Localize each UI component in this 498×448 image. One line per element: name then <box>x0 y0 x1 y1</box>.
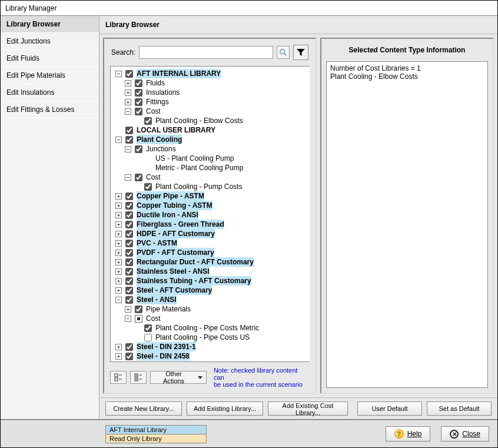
tree-item[interactable]: +Copper Tubing - ASTM <box>114 201 308 210</box>
expand-icon[interactable]: + <box>115 240 122 247</box>
search-icon-button[interactable] <box>277 46 290 59</box>
checkbox[interactable] <box>125 287 133 294</box>
collapse-icon[interactable]: − <box>115 137 122 143</box>
checkbox[interactable] <box>144 324 152 332</box>
tree-item[interactable]: +Fittings <box>124 97 308 107</box>
expand-icon[interactable]: + <box>115 250 122 256</box>
library-tree[interactable]: −AFT INTERNAL LIBRARY+Fluids+Insulations… <box>110 66 310 362</box>
checkbox[interactable] <box>135 89 142 97</box>
tree-item[interactable]: +Ductile Iron - ANSI <box>114 210 308 220</box>
tree-item[interactable]: −CostPlant Cooling - Elbow Costs <box>124 107 308 125</box>
tree-item[interactable]: +Steel - AFT Customary <box>114 286 308 295</box>
tree-item[interactable]: +PVDF - AFT Customary <box>114 248 308 257</box>
tree-item[interactable]: LOCAL USER LIBRARY <box>114 125 308 135</box>
tree-item[interactable]: Plant Cooling - Pipe Costs Metric <box>133 323 308 333</box>
expand-icon[interactable]: + <box>115 221 122 228</box>
tree-item[interactable]: −CostPlant Cooling - Pump Costs <box>124 172 308 191</box>
checkbox[interactable] <box>125 249 133 257</box>
tree-item[interactable]: Metric - Plant Cooling Pump <box>133 163 308 172</box>
filter-button[interactable] <box>293 45 308 60</box>
expand-all-button[interactable] <box>130 371 147 384</box>
expand-icon[interactable]: + <box>125 306 131 313</box>
tree-item[interactable]: −AFT INTERNAL LIBRARY+Fluids+Insulations… <box>114 69 308 125</box>
checkbox[interactable] <box>125 136 133 144</box>
checkbox[interactable] <box>135 79 142 87</box>
checkbox[interactable] <box>125 296 133 304</box>
tree-item[interactable]: +Stainless Steel - ANSI <box>114 267 308 276</box>
checkbox[interactable] <box>125 202 133 210</box>
sidebar-item-library-browser[interactable]: Library Browser <box>1 16 99 33</box>
add-existing-library-button[interactable]: Add Existing Library... <box>187 401 263 416</box>
checkbox[interactable] <box>125 258 133 266</box>
tree-item[interactable]: +Steel - DIN 2391-1 <box>114 342 308 351</box>
expand-icon[interactable]: + <box>125 89 131 96</box>
tree-item[interactable]: Plant Cooling - Pipe Costs US <box>133 333 308 342</box>
expand-icon[interactable]: + <box>115 268 122 275</box>
set-as-default-button[interactable]: Set as Default <box>427 401 492 416</box>
tree-item[interactable]: +Steel - DIN 2458 <box>114 351 308 361</box>
checkbox[interactable] <box>125 70 133 78</box>
create-new-library-button[interactable]: Create New Library... <box>105 401 182 416</box>
collapse-all-button[interactable] <box>110 371 127 384</box>
sidebar-item-edit-fittings-losses[interactable]: Edit Fittings & Losses <box>1 101 99 118</box>
expand-icon[interactable]: + <box>115 193 122 200</box>
checkbox[interactable] <box>135 174 142 181</box>
sidebar-item-edit-junctions[interactable]: Edit Junctions <box>1 33 99 50</box>
checkbox[interactable] <box>125 277 133 285</box>
collapse-icon[interactable]: − <box>115 71 122 77</box>
tree-item[interactable]: −JunctionsUS - Plant Cooling PumpMetric … <box>124 144 308 172</box>
collapse-icon[interactable]: − <box>115 297 122 303</box>
checkbox[interactable] <box>135 108 142 115</box>
expand-icon[interactable]: + <box>115 203 122 209</box>
sidebar-item-edit-pipe-materials[interactable]: Edit Pipe Materials <box>1 67 99 84</box>
tree-item[interactable]: +Insulations <box>124 88 308 97</box>
tree-item[interactable]: Plant Cooling - Elbow Costs <box>133 116 308 125</box>
sidebar-item-edit-insulations[interactable]: Edit Insulations <box>1 84 99 101</box>
close-button[interactable]: ✕ Close <box>441 426 489 442</box>
add-existing-cost-library-button[interactable]: Add Existing Cost Library... <box>268 401 348 416</box>
expand-icon[interactable]: + <box>125 99 131 105</box>
checkbox[interactable] <box>125 268 133 276</box>
tree-item[interactable]: +Fiberglass - Green Thread <box>114 220 308 229</box>
collapse-icon[interactable]: − <box>125 174 131 181</box>
checkbox[interactable] <box>144 334 152 341</box>
checkbox[interactable] <box>125 211 133 219</box>
search-input[interactable] <box>139 46 273 59</box>
tree-item[interactable]: +HDPE - AFT Customary <box>114 229 308 238</box>
checkbox[interactable] <box>135 306 142 313</box>
expand-icon[interactable]: + <box>115 259 122 266</box>
help-button[interactable]: ? Help <box>386 426 431 442</box>
expand-icon[interactable]: + <box>115 353 122 360</box>
tree-item[interactable]: US - Plant Cooling Pump <box>133 154 308 163</box>
checkbox[interactable] <box>125 221 133 228</box>
checkbox[interactable] <box>125 343 133 351</box>
user-default-button[interactable]: User Default <box>357 401 422 416</box>
tree-item[interactable]: +PVC - ASTM <box>114 238 308 248</box>
tree-item[interactable]: +Fluids <box>124 78 308 88</box>
checkbox[interactable] <box>125 127 133 134</box>
checkbox[interactable] <box>135 145 142 153</box>
expand-icon[interactable]: + <box>125 80 131 87</box>
tree-item[interactable]: −Steel - ANSI+Pipe Materials−CostPlant C… <box>114 295 308 342</box>
other-actions-button[interactable]: Other Actions <box>150 371 207 384</box>
collapse-icon[interactable]: − <box>125 146 131 152</box>
tree-item[interactable]: +Copper Pipe - ASTM <box>114 191 308 201</box>
tree-item[interactable]: +Rectangular Duct - AFT Customary <box>114 257 308 267</box>
checkbox[interactable] <box>135 98 142 106</box>
tree-item[interactable]: −CostPlant Cooling - Pipe Costs MetricPl… <box>124 314 308 342</box>
checkbox[interactable] <box>125 240 133 247</box>
collapse-icon[interactable]: − <box>125 316 131 322</box>
checkbox-mixed[interactable] <box>135 315 142 323</box>
expand-icon[interactable]: + <box>115 231 122 237</box>
expand-icon[interactable]: + <box>115 344 122 350</box>
checkbox[interactable] <box>125 193 133 200</box>
collapse-icon[interactable]: − <box>125 108 131 115</box>
checkbox[interactable] <box>144 117 152 125</box>
sidebar-item-edit-fluids[interactable]: Edit Fluids <box>1 50 99 67</box>
tree-item[interactable]: +Pipe Materials <box>124 304 308 314</box>
checkbox[interactable] <box>144 183 152 191</box>
tree-item[interactable]: Plant Cooling - Pump Costs <box>133 182 308 191</box>
tree-item[interactable]: −Plant Cooling−JunctionsUS - Plant Cooli… <box>114 135 308 191</box>
tree-item[interactable]: +Stainless Tubing - AFT Customary <box>114 276 308 286</box>
checkbox[interactable] <box>125 230 133 238</box>
